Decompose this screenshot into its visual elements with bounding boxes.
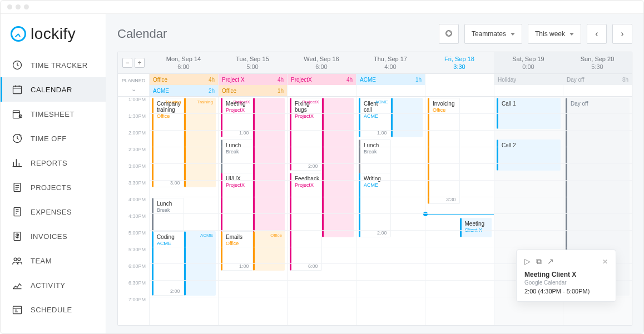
- day-header[interactable]: Sun, Sep 205:30: [563, 52, 632, 73]
- day-column[interactable]: InvoicingOffice3:30MeetingClient X: [425, 97, 494, 325]
- calendar-event[interactable]: [391, 98, 423, 137]
- calendar-event[interactable]: UI/UXProjectX2:00: [221, 173, 253, 237]
- sidebar-item-timesheet[interactable]: TIMESHEET: [1, 102, 106, 126]
- copy-icon[interactable]: ⧉: [536, 257, 542, 266]
- calendar-event[interactable]: FeedbackProjectX6:00: [290, 173, 322, 271]
- event-tag: ProjectX: [233, 99, 250, 104]
- sidebar-item-label: TEAM: [31, 257, 52, 265]
- calendar-event[interactable]: WritingACME2:00: [359, 173, 391, 237]
- sidebar-item-time-off[interactable]: TIME OFF: [1, 126, 106, 151]
- calendar-event[interactable]: EmailsOffice1:00: [221, 231, 253, 271]
- sidebar-item-projects[interactable]: PROJECTS: [1, 175, 106, 200]
- prev-week-button[interactable]: ‹: [587, 24, 607, 44]
- event-project: Break: [157, 207, 180, 213]
- sidebar-item-team[interactable]: TEAM: [1, 248, 106, 273]
- time-label: 4:00PM: [118, 197, 149, 213]
- calendar-event[interactable]: MeetingClient X: [460, 218, 492, 237]
- teammates-label: Teammates: [472, 30, 506, 38]
- calendar-event[interactable]: Training: [184, 98, 216, 187]
- day-total: 5:30: [563, 63, 632, 70]
- planned-cell-name: Office: [153, 77, 167, 83]
- day-label: Mon, Sep 14: [149, 56, 218, 62]
- close-icon[interactable]: ✕: [602, 258, 608, 266]
- sidebar-item-expenses[interactable]: EXPENSES: [1, 200, 106, 224]
- event-tag: ProjectX: [302, 99, 319, 104]
- day-header[interactable]: Mon, Sep 146:00: [149, 52, 218, 73]
- event-project: ProjectX: [226, 182, 249, 188]
- event-duration: 6:00: [308, 263, 318, 269]
- logo: lockify: [1, 14, 106, 53]
- sidebar-item-reports[interactable]: REPORTS: [1, 151, 106, 175]
- calendar-event[interactable]: Call 2: [497, 139, 561, 171]
- day-column[interactable]: Company trainingOfficeTraining3:00Traini…: [149, 97, 218, 325]
- planned-cell[interactable]: ACME1h: [356, 74, 425, 85]
- chevron-down-icon[interactable]: ⌄: [131, 86, 136, 93]
- sidebar-item-calendar[interactable]: CALENDAR: [1, 77, 106, 102]
- calendar-grid: 1:00PM1:30PM2:00PM2:30PM3:00PM3:30PM4:00…: [118, 97, 632, 325]
- event-project: ACME: [364, 113, 387, 119]
- sidebar-item-schedule[interactable]: SCHEDULE: [1, 297, 106, 322]
- event-duration: 1:00: [239, 130, 249, 136]
- filter-button[interactable]: [439, 24, 459, 44]
- planned-cell[interactable]: Day off8h: [563, 74, 632, 85]
- expenses-icon: [12, 206, 23, 217]
- time-label: 4:30PM: [118, 213, 149, 230]
- day-header[interactable]: Wed, Sep 166:00: [287, 52, 356, 73]
- open-icon[interactable]: ↗: [547, 257, 554, 266]
- event-title: Lunch: [226, 142, 241, 148]
- day-header[interactable]: Fri, Sep 183:30: [425, 52, 494, 73]
- range-dropdown[interactable]: This week: [528, 24, 581, 44]
- event-title: Emails: [226, 234, 242, 240]
- calendar-event[interactable]: Company trainingOfficeTraining3:00: [152, 98, 184, 187]
- calendar-event[interactable]: MeetingProjectXProjectX1:00: [221, 98, 253, 137]
- zoom-out-button[interactable]: −: [122, 58, 132, 68]
- event-duration: 1:00: [239, 263, 249, 269]
- day-header[interactable]: Thu, Sep 174:00: [356, 52, 425, 73]
- clock-icon: [12, 59, 23, 71]
- calendar: − + Mon, Sep 146:00Tue, Sep 155:00Wed, S…: [117, 52, 632, 326]
- calendar-event[interactable]: [253, 98, 285, 237]
- event-project: Office: [226, 241, 249, 246]
- day-column[interactable]: Fixing bugsProjectXProjectX2:00FeedbackP…: [287, 97, 356, 325]
- planned-cell-hours: 1h: [278, 88, 284, 94]
- day-header[interactable]: Sat, Sep 190:00: [494, 52, 563, 73]
- event-duration: 2:00: [377, 230, 387, 236]
- calendar-event[interactable]: Fixing bugsProjectXProjectX2:00: [290, 98, 322, 171]
- event-title: UI/UX: [226, 176, 241, 182]
- planned-cell: [425, 74, 494, 85]
- sidebar-item-invoices[interactable]: INVOICES: [1, 224, 106, 248]
- day-column[interactable]: MeetingProjectXProjectX1:00LunchBreak1:0…: [218, 97, 287, 325]
- next-week-button[interactable]: ›: [612, 24, 632, 44]
- planned-cell[interactable]: ProjectX4h: [287, 74, 356, 85]
- traffic-light-max[interactable]: [24, 4, 29, 9]
- event-tag: ACME: [375, 99, 388, 104]
- activity-icon: [12, 280, 23, 291]
- traffic-light-min[interactable]: [16, 4, 21, 9]
- planned-cell[interactable]: Project X4h: [218, 74, 287, 85]
- play-icon[interactable]: ▷: [524, 257, 531, 266]
- event-duration: 3:00: [170, 180, 180, 186]
- calendar-event[interactable]: Client callACMEACME1:00: [359, 98, 391, 137]
- traffic-light-close[interactable]: [7, 4, 12, 9]
- planned-cell[interactable]: Office4h: [149, 74, 218, 85]
- zoom-in-button[interactable]: +: [135, 58, 145, 68]
- chevron-left-icon: ‹: [595, 29, 598, 39]
- planned-cell[interactable]: Holiday: [494, 74, 563, 85]
- planned-cell[interactable]: Office1h: [218, 85, 287, 96]
- calendar-event[interactable]: [322, 98, 354, 237]
- event-duration: 2:00: [308, 163, 318, 169]
- event-tag: Office: [270, 233, 282, 238]
- sidebar-item-activity[interactable]: ACTIVITY: [1, 273, 106, 297]
- calendar-event[interactable]: Office: [253, 231, 285, 271]
- event-title: Call 1: [502, 101, 516, 107]
- planned-cell[interactable]: ACME2h: [149, 85, 218, 96]
- event-project: ProjectX: [295, 113, 318, 119]
- day-header[interactable]: Tue, Sep 155:00: [218, 52, 287, 73]
- teammates-dropdown[interactable]: Teammates: [464, 24, 522, 44]
- event-title: Lunch: [157, 201, 172, 207]
- event-title: Day off: [571, 101, 588, 107]
- sidebar-item-time-tracker[interactable]: TIME TRACKER: [1, 53, 106, 77]
- logo-mark-icon: [11, 26, 26, 42]
- day-column[interactable]: Client callACMEACME1:00LunchBreak1:00Wri…: [356, 97, 425, 325]
- day-label: Sat, Sep 19: [494, 56, 563, 62]
